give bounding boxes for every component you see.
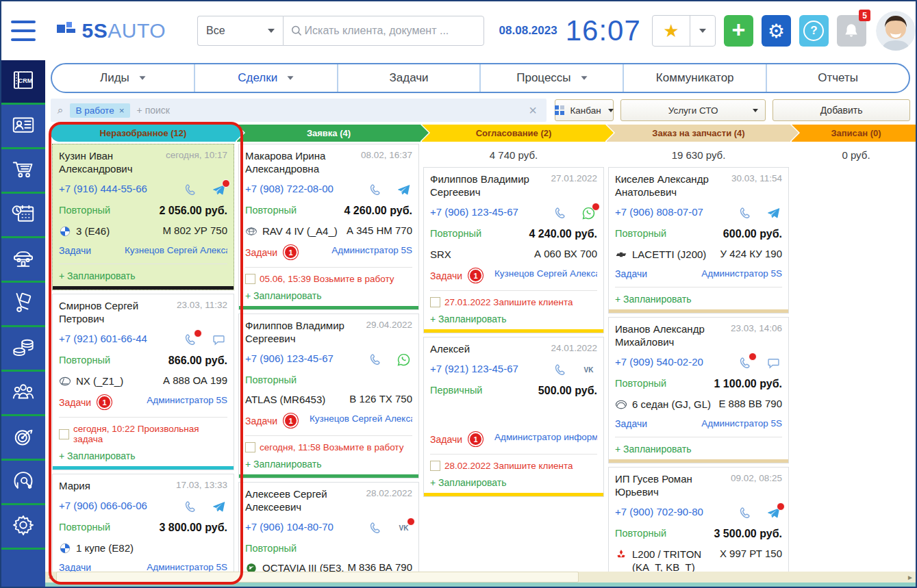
notifications-button[interactable]: 5 xyxy=(837,15,866,47)
add-deal-button[interactable]: Добавить xyxy=(772,99,910,121)
phone-icon[interactable] xyxy=(368,521,383,535)
sidebar-item-car-lift[interactable] xyxy=(1,238,45,283)
tasks-link[interactable]: Задачи1 xyxy=(59,395,112,409)
global-search[interactable] xyxy=(283,16,483,46)
assignee-link[interactable]: Кузнецов Сергей Александров… xyxy=(310,413,412,424)
tab-сделки[interactable]: Сделки xyxy=(194,64,337,92)
client-name[interactable]: ИП Гусев Роман Юрьевич xyxy=(615,472,723,498)
plan-task-link[interactable]: + Запланировать xyxy=(430,314,597,324)
client-name[interactable]: Филиппов Владимир Сергеевич xyxy=(245,319,353,345)
assignee-link[interactable]: Кузнецов Сергей Александров… xyxy=(494,268,597,279)
deal-card[interactable]: Алексей24.01.2022+7 (921) 123-45-67VKПер… xyxy=(423,337,604,497)
plan-task-link[interactable]: + Запланировать xyxy=(615,444,782,455)
tasks-link[interactable]: Задачи1 xyxy=(245,245,298,259)
client-name[interactable]: Мария xyxy=(59,479,90,492)
column-header[interactable]: Заявка (4) xyxy=(237,125,420,142)
client-phone[interactable]: +7 (916) 444-55-66 xyxy=(59,183,147,194)
phone-icon[interactable] xyxy=(368,183,383,197)
telegram-icon[interactable] xyxy=(766,506,781,520)
deal-card[interactable]: Мария17.03, 13:33+7 (906) 066-06-06Повто… xyxy=(52,474,234,572)
whatsapp-icon[interactable] xyxy=(397,353,411,367)
deal-card[interactable]: Макарова Ирина Александровна08.02, 16:37… xyxy=(238,144,419,310)
client-phone[interactable]: +7 (921) 601-66-44 xyxy=(59,333,147,344)
vk-icon[interactable]: VK xyxy=(581,363,596,377)
client-phone[interactable]: +7 (921) 123-45-67 xyxy=(430,363,518,374)
deal-card[interactable]: Филиппов Владимир Сергеевич27.01.2022+7 … xyxy=(423,167,604,333)
client-name[interactable]: Иванов Александр Михайлович xyxy=(615,322,723,348)
task-checkbox[interactable] xyxy=(59,429,69,439)
tasks-link[interactable]: Задачи xyxy=(59,562,91,572)
telegram-icon[interactable] xyxy=(397,183,411,197)
deal-card[interactable]: Алексеев Сергей Алексеевич28.02.2022+7 (… xyxy=(238,482,419,572)
sidebar-item-schedule[interactable] xyxy=(1,194,45,238)
clear-filter-icon[interactable]: × xyxy=(526,103,540,118)
telegram-icon[interactable] xyxy=(212,500,226,514)
telegram-icon[interactable] xyxy=(766,206,781,220)
assignee-link[interactable]: Администратор 5S xyxy=(147,395,227,405)
scroll-left-arrow-icon[interactable]: ◄ xyxy=(45,572,56,583)
sidebar-item-clients[interactable] xyxy=(1,372,45,416)
phone-icon[interactable] xyxy=(738,506,753,520)
client-phone[interactable]: +7 (906) 104-80-70 xyxy=(245,521,334,533)
favorites-dropdown-button[interactable] xyxy=(690,16,715,46)
plan-task-link[interactable]: + Запланировать xyxy=(615,294,782,305)
funnel-select-button[interactable]: Услуги СТО xyxy=(620,99,766,121)
deal-card[interactable]: Смирнов Сергей Петрович23.03, 11:32+7 (9… xyxy=(52,294,234,470)
vk-icon[interactable]: VK xyxy=(397,521,411,535)
sidebar-item-crm[interactable]: CRM xyxy=(1,60,45,105)
assignee-link[interactable]: Администратор информационн… xyxy=(494,432,597,442)
deals-filter-search[interactable]: ⌕ В работе× + поиск × xyxy=(51,99,547,122)
tasks-link[interactable]: Задачи xyxy=(615,268,647,279)
assignee-link[interactable]: Администратор 5S xyxy=(701,418,782,429)
view-mode-button[interactable]: Канбан xyxy=(555,99,614,121)
plan-task-link[interactable]: + Запланировать xyxy=(59,270,227,281)
filter-search-placeholder[interactable]: + поиск xyxy=(137,105,527,116)
whatsapp-icon[interactable] xyxy=(581,206,596,220)
hamburger-menu-icon[interactable] xyxy=(11,21,36,41)
tab-процессы[interactable]: Процессы xyxy=(479,64,623,92)
client-phone[interactable]: +7 (906) 123-45-67 xyxy=(430,206,518,218)
user-avatar[interactable] xyxy=(876,11,916,51)
tab-коммуникатор[interactable]: Коммуникатор xyxy=(623,64,766,92)
plan-task-link[interactable]: + Запланировать xyxy=(245,459,412,470)
client-name[interactable]: Алексей xyxy=(430,342,470,355)
scrollbar-thumb[interactable] xyxy=(56,572,579,583)
deal-card[interactable]: Иванов Александр Михайлович23.03, 14:06+… xyxy=(608,317,789,463)
search-scope-select[interactable]: Все xyxy=(197,16,283,46)
sidebar-item-money[interactable] xyxy=(1,327,45,372)
deal-card[interactable]: Киселев Александр Анатольевич30.03, 11:5… xyxy=(608,167,789,314)
client-phone[interactable]: +7 (906) 123-45-67 xyxy=(245,353,334,364)
horizontal-scrollbar[interactable]: ◄ ► xyxy=(45,572,916,583)
column-header[interactable]: Заказ на запчасти (4) xyxy=(607,125,790,142)
phone-icon[interactable] xyxy=(738,356,753,370)
tasks-link[interactable]: Задачи1 xyxy=(245,413,298,428)
client-phone[interactable]: +7 (900) 702-90-80 xyxy=(615,506,703,517)
client-name[interactable]: Филиппов Владимир Сергеевич xyxy=(430,172,538,199)
plan-task-link[interactable]: + Запланировать xyxy=(59,450,227,461)
phone-icon[interactable] xyxy=(368,353,383,367)
column-header[interactable]: Записан (0) xyxy=(792,125,916,142)
quick-settings-button[interactable]: ⚙ xyxy=(762,15,791,47)
phone-icon[interactable] xyxy=(738,206,753,220)
column-header[interactable]: Неразобранное (12) xyxy=(51,125,236,142)
client-name[interactable]: Кузин Иван Александрович xyxy=(59,149,166,175)
column-header[interactable]: Согласование (2) xyxy=(422,125,605,142)
assignee-link[interactable]: Администратор 5S xyxy=(331,245,412,255)
tab-лиды[interactable]: Лиды xyxy=(52,64,194,92)
deal-card[interactable]: ИП Гусев Роман Юрьевич09.02, 08:25+7 (90… xyxy=(608,467,789,572)
task-checkbox[interactable] xyxy=(245,274,255,284)
tab-отчеты[interactable]: Отчеты xyxy=(766,64,909,92)
task-checkbox[interactable] xyxy=(245,442,255,452)
tasks-link[interactable]: Задачи1 xyxy=(430,432,483,446)
help-button[interactable]: ? xyxy=(799,15,829,47)
scroll-right-arrow-icon[interactable]: ► xyxy=(905,572,916,583)
telegram-icon[interactable] xyxy=(212,183,226,197)
plan-task-link[interactable]: + Запланировать xyxy=(430,477,597,488)
phone-icon[interactable] xyxy=(553,363,568,377)
filter-chip-in-progress[interactable]: В работе× xyxy=(70,103,129,118)
tasks-link[interactable]: Задачи xyxy=(59,245,91,256)
task-checkbox[interactable] xyxy=(430,297,440,307)
assignee-link[interactable]: Администратор 5S xyxy=(147,562,227,572)
tab-задачи[interactable]: Задачи xyxy=(337,64,480,92)
sidebar-item-support[interactable] xyxy=(1,461,45,505)
